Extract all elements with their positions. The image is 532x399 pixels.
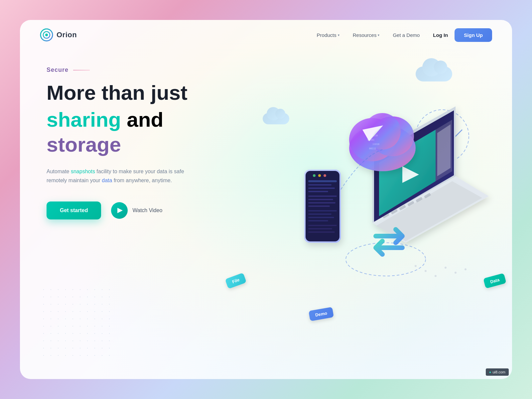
svg-rect-29 xyxy=(308,196,337,197)
svg-rect-35 xyxy=(308,217,334,218)
chevron-down-icon: ▾ xyxy=(338,33,339,37)
data-link[interactable]: data xyxy=(102,178,112,183)
svg-rect-26 xyxy=(308,184,332,186)
dot-pattern-decoration xyxy=(40,286,113,359)
play-icon xyxy=(117,208,123,213)
hero-title-line2: sharing and storage xyxy=(47,107,233,157)
svg-rect-31 xyxy=(308,202,335,203)
hero-content: Secure More than just sharing and storag… xyxy=(47,66,233,219)
navbar: Orion Products ▾ Resources ▾ Get a Demo … xyxy=(20,20,512,50)
nav-products[interactable]: Products ▾ xyxy=(317,32,339,38)
login-button[interactable]: Log In xyxy=(433,32,448,38)
svg-rect-36 xyxy=(308,220,328,221)
watermark-text: ui8.com xyxy=(492,370,505,374)
chip-file: File xyxy=(225,273,246,289)
hero-description: Automate snapshots facility to make sure… xyxy=(47,167,200,185)
svg-rect-33 xyxy=(308,210,337,211)
svg-text:11010: 11010 xyxy=(372,143,379,146)
signup-button[interactable]: Sign Up xyxy=(455,28,492,42)
svg-point-42 xyxy=(435,275,437,277)
play-button[interactable] xyxy=(111,202,128,219)
svg-point-24 xyxy=(324,174,326,177)
hero-storage-word: storage xyxy=(47,133,121,156)
chevron-down-icon: ▾ xyxy=(378,33,379,37)
svg-point-2 xyxy=(45,34,48,36)
brand-name: Orion xyxy=(57,31,77,39)
hero-title-line1: More than just xyxy=(47,81,233,104)
svg-rect-30 xyxy=(308,199,333,200)
get-started-button[interactable]: Get started xyxy=(47,201,101,219)
svg-text:00111: 00111 xyxy=(369,147,376,150)
svg-rect-32 xyxy=(308,205,330,207)
nav-links: Products ▾ Resources ▾ Get a Demo xyxy=(317,32,420,38)
watermark: ● ui8.com xyxy=(486,368,509,376)
svg-rect-37 xyxy=(308,225,337,226)
nav-demo[interactable]: Get a Demo xyxy=(393,32,420,38)
isometric-illustration: 10110 01001 11010 00111 xyxy=(256,63,505,336)
svg-rect-38 xyxy=(308,228,332,229)
watch-video-label: Watch Video xyxy=(132,207,162,213)
svg-point-44 xyxy=(455,272,457,274)
svg-rect-25 xyxy=(308,180,337,182)
svg-point-41 xyxy=(425,270,427,272)
nav-resources[interactable]: Resources ▾ xyxy=(353,32,380,38)
nav-auth: Log In Sign Up xyxy=(433,28,492,42)
logo-icon xyxy=(40,28,53,42)
svg-rect-39 xyxy=(308,231,335,233)
logo[interactable]: Orion xyxy=(40,28,77,42)
svg-rect-34 xyxy=(308,213,332,215)
svg-point-45 xyxy=(465,268,466,270)
main-card: Orion Products ▾ Resources ▾ Get a Demo … xyxy=(20,20,512,379)
svg-point-23 xyxy=(318,174,321,177)
svg-point-40 xyxy=(415,265,417,267)
hero-actions: Get started Watch Video xyxy=(47,201,233,219)
secure-line-decoration xyxy=(73,70,90,70)
hero-and-word: and xyxy=(121,108,163,131)
svg-point-22 xyxy=(313,174,316,177)
secure-text: Secure xyxy=(47,66,68,73)
hero-sharing-word: sharing xyxy=(47,108,121,131)
watch-video-button[interactable]: Watch Video xyxy=(111,202,162,219)
svg-rect-28 xyxy=(308,191,328,192)
svg-rect-27 xyxy=(308,188,335,189)
hero-illustration: 10110 01001 11010 00111 xyxy=(229,47,512,346)
secure-label: Secure xyxy=(47,66,233,73)
svg-point-43 xyxy=(445,267,447,269)
snapshots-link[interactable]: snapshots xyxy=(71,169,95,174)
